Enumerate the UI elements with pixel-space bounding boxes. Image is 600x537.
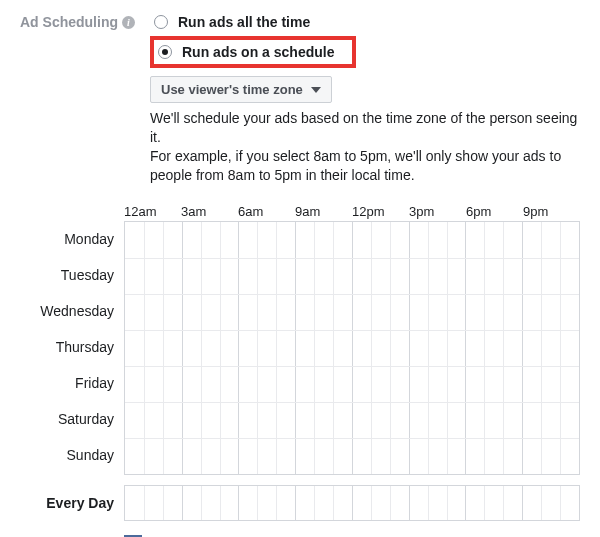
grid-cell[interactable] <box>447 295 466 330</box>
grid-cell[interactable] <box>465 222 484 258</box>
grid-cell[interactable] <box>276 331 295 366</box>
grid-cell[interactable] <box>541 439 560 474</box>
grid-cell[interactable] <box>276 439 295 474</box>
grid-cell[interactable] <box>484 259 503 294</box>
grid-cell[interactable] <box>428 295 447 330</box>
grid-cell[interactable] <box>541 331 560 366</box>
grid-cell[interactable] <box>314 403 333 438</box>
grid-cell[interactable] <box>428 367 447 402</box>
grid-cell[interactable] <box>295 403 314 438</box>
grid-cell[interactable] <box>447 222 466 258</box>
grid-cell[interactable] <box>522 486 541 520</box>
grid-cell[interactable] <box>447 259 466 294</box>
grid-cell[interactable] <box>541 403 560 438</box>
grid-cell[interactable] <box>144 259 163 294</box>
grid-row[interactable] <box>125 330 579 366</box>
grid-cell[interactable] <box>465 295 484 330</box>
grid-cell[interactable] <box>144 403 163 438</box>
grid-cell[interactable] <box>484 486 503 520</box>
grid-cell[interactable] <box>220 439 239 474</box>
grid-cell[interactable] <box>409 439 428 474</box>
grid-cell[interactable] <box>428 331 447 366</box>
grid-cell[interactable] <box>182 439 201 474</box>
grid-cell[interactable] <box>125 486 144 520</box>
grid-cell[interactable] <box>447 439 466 474</box>
grid-cell[interactable] <box>503 222 522 258</box>
grid-cell[interactable] <box>314 367 333 402</box>
grid-cell[interactable] <box>352 259 371 294</box>
grid-cell[interactable] <box>371 222 390 258</box>
grid-cell[interactable] <box>257 439 276 474</box>
grid-cell[interactable] <box>276 222 295 258</box>
grid-cell[interactable] <box>484 222 503 258</box>
grid-cell[interactable] <box>390 367 409 402</box>
grid-cell[interactable] <box>352 331 371 366</box>
grid-cell[interactable] <box>314 222 333 258</box>
grid-cell[interactable] <box>484 331 503 366</box>
grid-cell[interactable] <box>295 439 314 474</box>
grid-cell[interactable] <box>371 403 390 438</box>
grid-cell[interactable] <box>238 403 257 438</box>
grid-cell[interactable] <box>352 439 371 474</box>
grid-cell[interactable] <box>276 259 295 294</box>
grid-cell[interactable] <box>333 486 352 520</box>
grid-cell[interactable] <box>409 367 428 402</box>
grid-cell[interactable] <box>201 222 220 258</box>
grid-cell[interactable] <box>390 259 409 294</box>
grid-cell[interactable] <box>447 403 466 438</box>
grid-cell[interactable] <box>276 295 295 330</box>
grid-cell[interactable] <box>484 439 503 474</box>
grid-cell[interactable] <box>333 403 352 438</box>
grid-cell[interactable] <box>163 439 182 474</box>
grid-cell[interactable] <box>314 295 333 330</box>
grid-cell[interactable] <box>238 259 257 294</box>
grid-cell[interactable] <box>333 222 352 258</box>
grid-cell[interactable] <box>333 439 352 474</box>
timezone-dropdown[interactable]: Use viewer's time zone <box>150 76 332 103</box>
grid-cell[interactable] <box>201 331 220 366</box>
grid-cell[interactable] <box>295 486 314 520</box>
grid-cell[interactable] <box>409 486 428 520</box>
grid-row[interactable] <box>125 294 579 330</box>
grid-cell[interactable] <box>390 222 409 258</box>
grid-cell[interactable] <box>257 486 276 520</box>
schedule-grid[interactable] <box>124 221 580 475</box>
grid-cell[interactable] <box>503 295 522 330</box>
grid-cell[interactable] <box>257 367 276 402</box>
grid-cell[interactable] <box>201 403 220 438</box>
grid-cell[interactable] <box>182 259 201 294</box>
grid-cell[interactable] <box>220 486 239 520</box>
grid-cell[interactable] <box>182 331 201 366</box>
grid-cell[interactable] <box>276 367 295 402</box>
grid-cell[interactable] <box>182 222 201 258</box>
grid-row[interactable] <box>125 402 579 438</box>
grid-cell[interactable] <box>371 367 390 402</box>
grid-cell[interactable] <box>371 439 390 474</box>
grid-cell[interactable] <box>541 259 560 294</box>
grid-cell[interactable] <box>163 367 182 402</box>
grid-cell[interactable] <box>409 259 428 294</box>
grid-cell[interactable] <box>238 439 257 474</box>
grid-row[interactable] <box>125 366 579 402</box>
grid-cell[interactable] <box>220 222 239 258</box>
grid-cell[interactable] <box>144 331 163 366</box>
grid-cell[interactable] <box>409 295 428 330</box>
grid-cell[interactable] <box>295 259 314 294</box>
grid-cell[interactable] <box>503 331 522 366</box>
grid-cell[interactable] <box>238 222 257 258</box>
grid-cell[interactable] <box>125 439 144 474</box>
grid-cell[interactable] <box>220 367 239 402</box>
grid-cell[interactable] <box>560 222 579 258</box>
grid-cell[interactable] <box>295 295 314 330</box>
grid-cell[interactable] <box>390 331 409 366</box>
info-icon[interactable]: i <box>122 16 135 29</box>
grid-cell[interactable] <box>163 259 182 294</box>
grid-cell[interactable] <box>257 403 276 438</box>
grid-cell[interactable] <box>144 439 163 474</box>
grid-cell[interactable] <box>333 331 352 366</box>
grid-cell[interactable] <box>560 331 579 366</box>
grid-cell[interactable] <box>125 403 144 438</box>
grid-cell[interactable] <box>522 259 541 294</box>
grid-cell[interactable] <box>484 367 503 402</box>
grid-cell[interactable] <box>560 295 579 330</box>
